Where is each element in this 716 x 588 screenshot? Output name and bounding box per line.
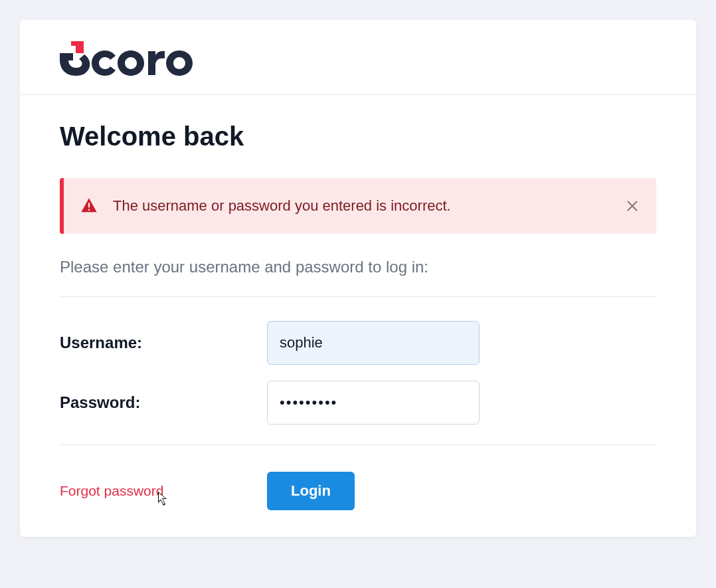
- forgot-password-link[interactable]: Forgot password: [60, 483, 163, 498]
- username-input[interactable]: [267, 321, 480, 365]
- password-label: Password:: [60, 393, 267, 412]
- svg-rect-1: [88, 209, 90, 211]
- footer-row: Forgot password Login: [60, 472, 656, 510]
- page-title: Welcome back: [60, 122, 656, 151]
- username-label: Username:: [60, 334, 267, 352]
- divider-bottom: [60, 444, 656, 445]
- instructions-text: Please enter your username and password …: [60, 258, 656, 276]
- close-icon[interactable]: [624, 198, 640, 214]
- password-row: Password:: [60, 381, 656, 425]
- warning-triangle-icon: [80, 197, 98, 215]
- error-alert: The username or password you entered is …: [60, 178, 656, 234]
- header: [20, 20, 696, 95]
- divider: [60, 296, 656, 297]
- login-button[interactable]: Login: [267, 472, 355, 510]
- password-input[interactable]: [267, 381, 480, 425]
- brand-logo: [60, 41, 656, 78]
- login-content: Welcome back The username or password yo…: [20, 95, 696, 537]
- username-row: Username:: [60, 321, 656, 365]
- login-card: Welcome back The username or password yo…: [20, 20, 696, 537]
- scoro-logo-icon: [60, 41, 193, 78]
- alert-message: The username or password you entered is …: [113, 197, 611, 215]
- svg-rect-0: [88, 203, 90, 207]
